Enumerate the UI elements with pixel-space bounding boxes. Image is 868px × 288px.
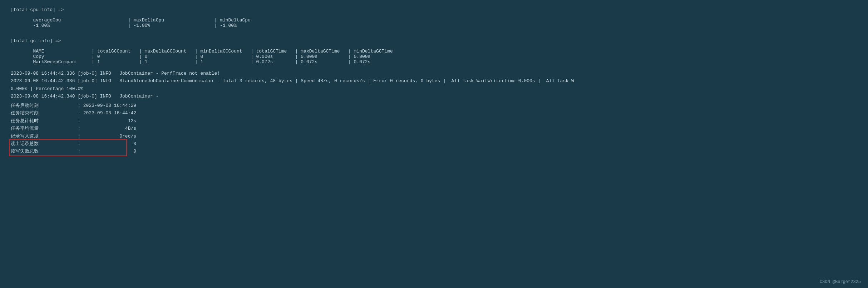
log-lines: 2023-09-08 16:44:42.336 [job-0] INFO Job… xyxy=(11,70,857,102)
stat-row-3: 任务平均流量 : 4B/s xyxy=(11,125,857,132)
gc-header: NAME | totalGCCount | maxDeltaGCCount | … xyxy=(11,49,857,54)
watermark: CSDN @Burger2325 xyxy=(820,279,861,284)
log-line-1: 2023-09-08 16:44:42.336 [job-0] INFO Sta… xyxy=(11,77,857,85)
stats-container: 任务启动时刻 : 2023-09-08 16:44:29任务结束时刻 : 202… xyxy=(11,102,857,155)
stat-row-0: 任务启动时刻 : 2023-09-08 16:44:29 xyxy=(11,102,857,109)
stat-row-2: 任务总计耗时 : 12s xyxy=(11,117,857,125)
terminal-window: [total cpu info] => averageCpu | maxDelt… xyxy=(0,0,868,288)
stat-row-4: 记录写入速度 : 0rec/s xyxy=(11,133,857,140)
cpu-values: -1.00% | -1.00% | -1.00% xyxy=(11,23,857,28)
log-line-0: 2023-09-08 16:44:42.336 [job-0] INFO Job… xyxy=(11,70,857,77)
cpu-header: averageCpu | maxDeltaCpu | minDeltaCpu xyxy=(11,18,857,23)
gc-row-marksweep: MarkSweepCompact | 1 | 1 | 1 | 0.072s | … xyxy=(11,59,857,65)
stat-row-6: 读写失败总数 : 0 xyxy=(11,148,857,155)
log-line-3: 2023-09-08 16:44:42.340 [job-0] INFO Job… xyxy=(11,93,857,100)
gc-row-copy: Copy | 0 | 0 | 0 | 0.000s | 0.000s | 0.0… xyxy=(11,54,857,59)
stat-row-5: 读出记录总数 : 3 xyxy=(11,140,857,148)
stat-row-1: 任务结束时刻 : 2023-09-08 16:44:42 xyxy=(11,109,857,117)
log-line-2: 0.000s | Percentage 100.0% xyxy=(11,85,857,93)
gc-section-title: [total gc info] => xyxy=(11,38,857,44)
cpu-section-title: [total cpu info] => xyxy=(11,7,857,13)
